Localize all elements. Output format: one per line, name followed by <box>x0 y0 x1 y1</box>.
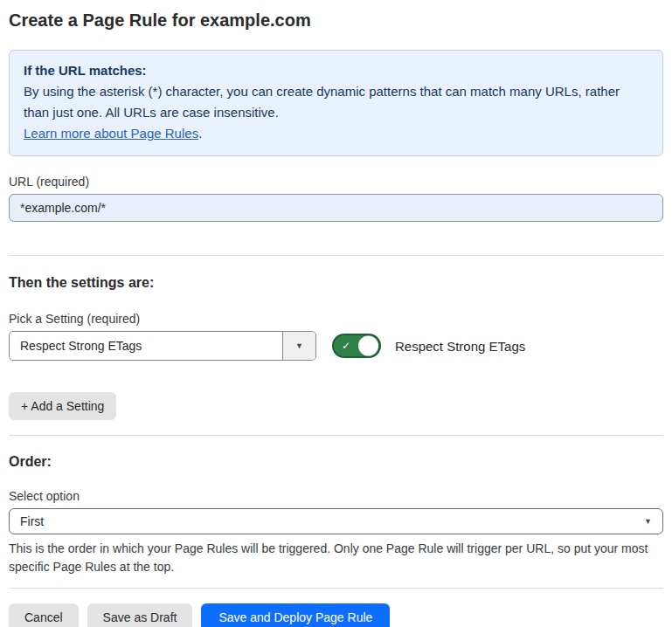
toggle-label: Respect Strong ETags <box>395 339 525 354</box>
save-draft-button[interactable]: Save as Draft <box>87 603 193 627</box>
info-box-link-line: Learn more about Page Rules. <box>24 123 648 144</box>
settings-section-heading: Then the settings are: <box>9 274 663 291</box>
add-setting-button[interactable]: + Add a Setting <box>9 392 116 420</box>
page-title: Create a Page Rule for example.com <box>9 10 663 30</box>
setting-dropdown-value: Respect Strong ETags <box>10 332 282 360</box>
save-deploy-button[interactable]: Save and Deploy Page Rule <box>201 603 390 627</box>
section-divider <box>9 435 663 436</box>
footer-divider <box>9 588 663 589</box>
setting-picker-row: Respect Strong ETags ▼ ✓ Respect Strong … <box>9 331 663 361</box>
order-select[interactable]: First ▼ <box>9 508 663 534</box>
respect-strong-etags-toggle[interactable]: ✓ <box>332 334 381 358</box>
select-option-label: Select option <box>9 489 663 504</box>
caret-down-icon: ▼ <box>644 518 652 526</box>
cancel-button[interactable]: Cancel <box>9 603 79 627</box>
learn-more-link[interactable]: Learn more about Page Rules <box>24 126 198 141</box>
link-suffix-period: . <box>198 126 202 141</box>
url-field-label: URL (required) <box>9 175 663 189</box>
caret-down-icon: ▼ <box>295 342 303 350</box>
toggle-knob <box>358 336 378 356</box>
url-input[interactable] <box>9 194 663 222</box>
check-icon: ✓ <box>342 341 350 351</box>
info-box-heading: If the URL matches: <box>24 60 648 81</box>
url-match-info-box: If the URL matches: By using the asteris… <box>9 50 663 156</box>
footer-actions: Cancel Save as Draft Save and Deploy Pag… <box>9 603 663 627</box>
info-box-body: By using the asterisk (*) character, you… <box>24 81 648 123</box>
section-divider <box>9 255 663 256</box>
order-section-heading: Order: <box>9 453 663 470</box>
pick-setting-label: Pick a Setting (required) <box>9 312 663 327</box>
order-help-text: This is the order in which your Page Rul… <box>9 540 660 576</box>
setting-dropdown[interactable]: Respect Strong ETags ▼ <box>9 331 316 361</box>
order-select-value: First <box>20 514 644 528</box>
setting-dropdown-button[interactable]: ▼ <box>282 332 315 360</box>
